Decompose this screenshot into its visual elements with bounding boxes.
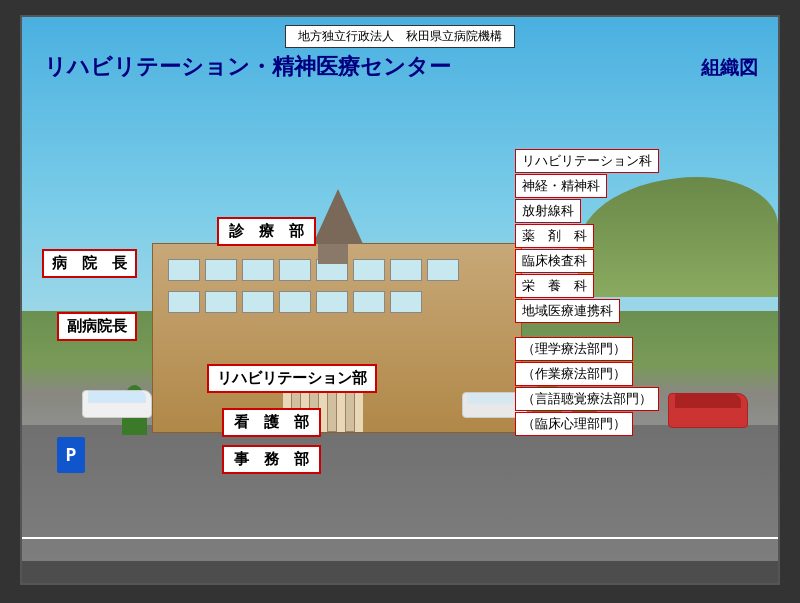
window [279,259,311,281]
bottom-bar [22,561,778,583]
st-section-label: （言語聴覚療法部門） [515,387,659,411]
window [168,259,200,281]
hospital-chief-label: 病 院 長 [42,249,137,278]
pharmacy-label: 薬 剤 科 [515,224,594,248]
org-label: 地方独立行政法人 秋田県立病院機構 [285,25,515,48]
medical-dept-label: 診 療 部 [217,217,316,246]
window [316,291,348,313]
window [427,259,459,281]
org-chart-label: 組織図 [701,55,758,81]
admin-dept-label: 事 務 部 [222,445,321,474]
building-windows-row2 [153,281,521,313]
nursing-dept-label: 看 護 部 [222,408,321,437]
nutrition-label: 栄 養 科 [515,274,594,298]
rehab-dept-label: リハビリテーション部 [207,364,377,393]
car-roof [675,394,741,408]
window [242,291,274,313]
car-3 [668,393,748,428]
regional-medical-label: 地域医療連携科 [515,299,620,323]
window [205,291,237,313]
window [390,291,422,313]
main-container: P [20,15,780,585]
pt-section-label: （理学療法部門） [515,337,633,361]
window [390,259,422,281]
steeple-base [318,244,348,264]
main-title: リハビリテーション・精神医療センター [44,52,451,82]
ot-section-label: （作業療法部門） [515,362,633,386]
rehab-science-label: リハビリテーション科 [515,149,659,173]
window [205,259,237,281]
window [242,259,274,281]
car-1 [82,390,152,418]
vice-chief-label: 副病院長 [57,312,137,341]
window [353,259,385,281]
window [279,291,311,313]
car-roof [467,393,522,404]
parking-sign: P [57,437,85,473]
radiology-label: 放射線科 [515,199,581,223]
window [353,291,385,313]
steeple [313,189,363,244]
neuro-psychiatry-label: 神経・精神科 [515,174,607,198]
road-stripe [22,537,778,539]
clinical-lab-label: 臨床検査科 [515,249,594,273]
cp-section-label: （臨床心理部門） [515,412,633,436]
car-roof [88,391,146,403]
road-background [22,425,778,583]
window [168,291,200,313]
